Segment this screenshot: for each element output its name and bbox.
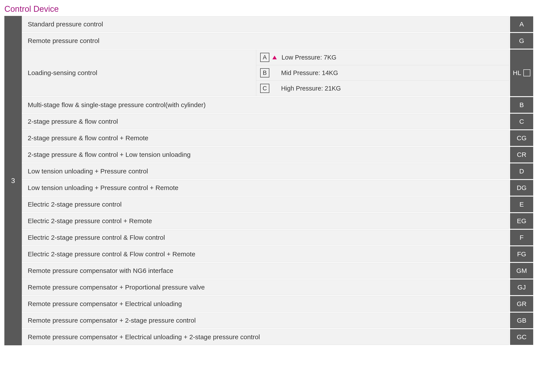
code-row-1: G xyxy=(510,33,533,49)
index-column: 3 xyxy=(4,16,22,345)
desc-row-5: 2-stage pressure & flow control + Remote xyxy=(22,130,509,146)
code-label: E xyxy=(519,201,524,208)
code-label: DG xyxy=(517,184,527,191)
code-label: GJ xyxy=(518,284,526,291)
option-text: Mid Pressure: 14KG xyxy=(281,69,338,77)
code-row-6: CR xyxy=(510,147,533,163)
code-row-11: F xyxy=(510,230,533,245)
code-label: FG xyxy=(517,250,526,258)
sub-option-2: CHigh Pressure: 21KG xyxy=(256,81,509,96)
code-label: D xyxy=(519,168,524,175)
code-row-0: A xyxy=(510,16,533,32)
code-row-12: FG xyxy=(510,246,533,262)
desc-row-13: Remote pressure compensator with NG6 int… xyxy=(22,263,509,279)
code-row-13: GM xyxy=(510,263,533,279)
option-letter-box: C xyxy=(260,84,269,93)
sub-option-0: ALow Pressure: 7KG xyxy=(256,50,509,65)
code-label: G xyxy=(519,37,524,45)
desc-label: Loading-sensing control xyxy=(23,65,256,80)
code-label: F xyxy=(520,234,524,241)
code-label: GR xyxy=(517,300,527,308)
desc-row-16: Remote pressure compensator + 2-stage pr… xyxy=(22,313,509,328)
option-text: Low Pressure: 7KG xyxy=(282,54,336,61)
sub-options: ALow Pressure: 7KGBMid Pressure: 14KGCHi… xyxy=(256,50,509,96)
code-row-5: CG xyxy=(510,130,533,146)
code-row-15: GR xyxy=(510,296,533,312)
option-text: High Pressure: 21KG xyxy=(281,85,341,92)
desc-row-4: 2-stage pressure & flow control xyxy=(22,114,509,129)
desc-row-2: Loading-sensing controlALow Pressure: 7K… xyxy=(22,50,509,96)
code-label: GC xyxy=(517,333,527,341)
sub-option-1: BMid Pressure: 14KG xyxy=(256,65,509,81)
code-label: GM xyxy=(516,267,527,274)
code-label: B xyxy=(519,101,524,109)
section-title: Control Device xyxy=(4,4,534,14)
desc-row-17: Remote pressure compensator + Electrical… xyxy=(22,329,509,345)
desc-row-1: Remote pressure control xyxy=(22,33,509,49)
code-label: GB xyxy=(517,317,526,324)
empty-box-icon xyxy=(523,69,530,76)
code-label: EG xyxy=(517,217,526,225)
desc-row-6: 2-stage pressure & flow control + Low te… xyxy=(22,147,509,163)
desc-row-7: Low tension unloading + Pressure control xyxy=(22,163,509,179)
code-row-4: C xyxy=(510,114,533,129)
code-row-3: B xyxy=(510,97,533,113)
desc-row-15: Remote pressure compensator + Electrical… xyxy=(22,296,509,312)
code-label: C xyxy=(519,118,524,125)
desc-row-8: Low tension unloading + Pressure control… xyxy=(22,180,509,196)
desc-row-0: Standard pressure control xyxy=(22,16,509,32)
code-row-10: EG xyxy=(510,213,533,229)
code-label: A xyxy=(519,20,524,28)
option-letter-box: B xyxy=(260,68,269,77)
control-device-table: 3 Standard pressure controlARemote press… xyxy=(4,16,534,345)
code-row-16: GB xyxy=(510,313,533,328)
code-label: HL xyxy=(513,69,521,77)
code-label: CG xyxy=(517,134,527,142)
desc-row-9: Electric 2-stage pressure control xyxy=(22,196,509,212)
desc-row-11: Electric 2-stage pressure control & Flow… xyxy=(22,230,509,245)
code-row-14: GJ xyxy=(510,280,533,295)
desc-row-12: Electric 2-stage pressure control & Flow… xyxy=(22,246,509,262)
desc-row-10: Electric 2-stage pressure control + Remo… xyxy=(22,213,509,229)
code-row-9: E xyxy=(510,196,533,212)
desc-row-3: Multi-stage flow & single-stage pressure… xyxy=(22,97,509,113)
code-row-8: DG xyxy=(510,180,533,196)
code-row-17: GC xyxy=(510,329,533,345)
option-letter-box: A xyxy=(260,53,269,62)
triangle-icon xyxy=(272,56,277,59)
code-label: CR xyxy=(517,151,526,158)
code-row-7: D xyxy=(510,163,533,179)
desc-row-14: Remote pressure compensator + Proportion… xyxy=(22,280,509,295)
code-row-2: HL xyxy=(510,50,533,96)
